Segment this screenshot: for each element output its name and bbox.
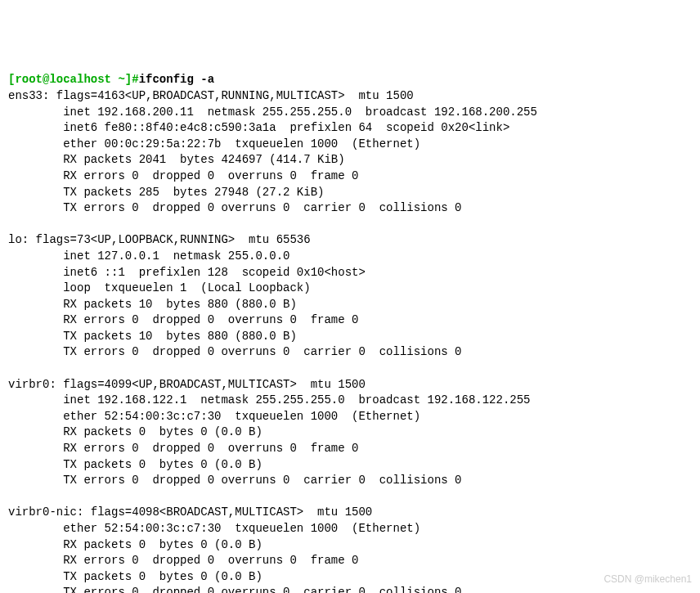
iface-lo-rx-errors: RX errors 0 dropped 0 overruns 0 frame 0	[8, 313, 358, 326]
iface-virbr0-rx-packets: RX packets 0 bytes 0 (0.0 B)	[8, 425, 262, 438]
iface-lo-inet: inet 127.0.0.1 netmask 255.0.0.0	[8, 249, 289, 263]
iface-ens33-rx-errors: RX errors 0 dropped 0 overruns 0 frame 0	[8, 169, 358, 182]
iface-lo-header: lo: flags=73<UP,LOOPBACK,RUNNING> mtu 65…	[8, 233, 311, 246]
iface-virbr0-tx-packets: TX packets 0 bytes 0 (0.0 B)	[8, 458, 262, 471]
prompt-hash: #	[132, 73, 138, 86]
iface-lo-rx-packets: RX packets 10 bytes 880 (880.0 B)	[8, 298, 297, 311]
iface-ens33-ether: ether 00:0c:29:5a:22:7b txqueuelen 1000 …	[8, 137, 420, 150]
iface-virbr0-inet: inet 192.168.122.1 netmask 255.255.255.0…	[8, 393, 531, 407]
prompt-user-host: root@localhost ~	[15, 73, 124, 86]
iface-virbr0nic-tx-packets: TX packets 0 bytes 0 (0.0 B)	[8, 570, 262, 583]
iface-virbr0-header: virbr0: flags=4099<UP,BROADCAST,MULTICAS…	[8, 378, 366, 391]
iface-virbr0nic-ether: ether 52:54:00:3c:c7:30 txqueuelen 1000 …	[8, 522, 420, 535]
iface-virbr0nic-rx-packets: RX packets 0 bytes 0 (0.0 B)	[8, 538, 262, 551]
iface-ens33-rx-packets: RX packets 2041 bytes 424697 (414.7 KiB)	[8, 153, 345, 166]
iface-ens33-header: ens33: flags=4163<UP,BROADCAST,RUNNING,M…	[8, 89, 414, 102]
watermark: CSDN @mikechen1	[604, 573, 692, 586]
iface-virbr0nic-tx-errors: TX errors 0 dropped 0 overruns 0 carrier…	[8, 586, 462, 593]
iface-virbr0nic-rx-errors: RX errors 0 dropped 0 overruns 0 frame 0	[8, 554, 358, 567]
prompt-bracket-close: ]	[125, 73, 132, 86]
iface-lo-tx-errors: TX errors 0 dropped 0 overruns 0 carrier…	[8, 345, 462, 358]
iface-virbr0-tx-errors: TX errors 0 dropped 0 overruns 0 carrier…	[8, 474, 462, 487]
iface-ens33-inet6: inet6 fe80::8f40:e4c8:c590:3a1a prefixle…	[8, 121, 509, 134]
iface-ens33-tx-errors: TX errors 0 dropped 0 overruns 0 carrier…	[8, 201, 462, 214]
iface-lo-inet6: inet6 ::1 prefixlen 128 scopeid 0x10<hos…	[8, 266, 366, 279]
iface-lo-tx-packets: TX packets 10 bytes 880 (880.0 B)	[8, 330, 297, 343]
iface-ens33-inet: inet 192.168.200.11 netmask 255.255.255.…	[8, 106, 537, 119]
iface-virbr0-rx-errors: RX errors 0 dropped 0 overruns 0 frame 0	[8, 442, 358, 455]
command-text[interactable]: ifconfig -a	[139, 73, 214, 86]
iface-virbr0-ether: ether 52:54:00:3c:c7:30 txqueuelen 1000 …	[8, 410, 420, 423]
iface-ens33-tx-packets: TX packets 285 bytes 27948 (27.2 KiB)	[8, 186, 324, 199]
iface-virbr0nic-header: virbr0-nic: flags=4098<BROADCAST,MULTICA…	[8, 505, 372, 519]
iface-lo-loop: loop txqueuelen 1 (Local Loopback)	[8, 281, 311, 294]
